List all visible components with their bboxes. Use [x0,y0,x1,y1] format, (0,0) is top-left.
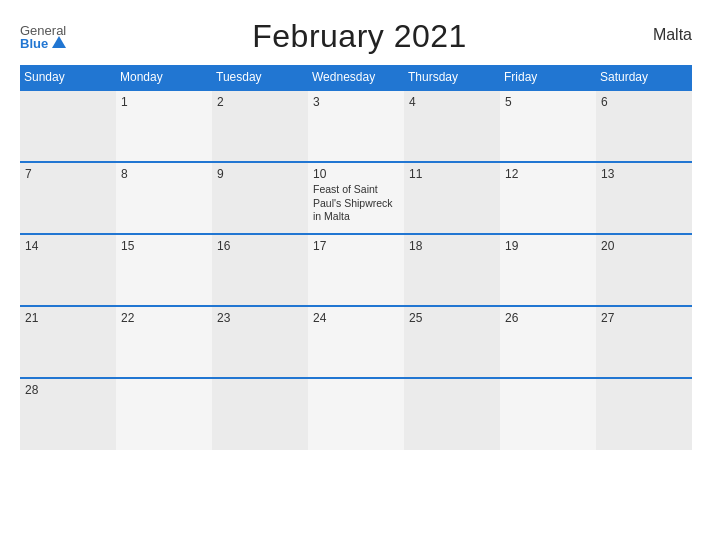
day-number: 6 [601,95,687,109]
header-sunday: Sunday [20,65,116,90]
calendar-cell [596,378,692,450]
calendar-cell: 12 [500,162,596,234]
calendar-cell: 15 [116,234,212,306]
day-number: 26 [505,311,591,325]
day-number: 23 [217,311,303,325]
event-label: Feast of Saint Paul's Shipwreck in Malta [313,183,399,224]
logo: General Blue [20,24,66,50]
calendar-cell: 21 [20,306,116,378]
day-number: 15 [121,239,207,253]
calendar-cell: 1 [116,90,212,162]
day-number: 25 [409,311,495,325]
calendar-cell [20,90,116,162]
calendar-cell: 17 [308,234,404,306]
day-number: 8 [121,167,207,181]
calendar-cell: 4 [404,90,500,162]
calendar-row-4: 28 [20,378,692,450]
day-number: 9 [217,167,303,181]
calendar-cell: 3 [308,90,404,162]
calendar-cell: 18 [404,234,500,306]
day-number: 13 [601,167,687,181]
day-number: 3 [313,95,399,109]
day-number: 7 [25,167,111,181]
day-number: 4 [409,95,495,109]
days-header-row: Sunday Monday Tuesday Wednesday Thursday… [20,65,692,90]
day-number: 24 [313,311,399,325]
logo-general-text: General [20,24,66,37]
calendar-cell: 19 [500,234,596,306]
calendar-cell: 6 [596,90,692,162]
calendar-page: General Blue February 2021 Malta Sunday … [0,0,712,550]
day-number: 5 [505,95,591,109]
header-monday: Monday [116,65,212,90]
header: General Blue February 2021 Malta [20,18,692,55]
calendar-cell [500,378,596,450]
calendar-cell: 10Feast of Saint Paul's Shipwreck in Mal… [308,162,404,234]
calendar-row-1: 78910Feast of Saint Paul's Shipwreck in … [20,162,692,234]
day-number: 14 [25,239,111,253]
day-number: 18 [409,239,495,253]
calendar-cell: 28 [20,378,116,450]
logo-triangle-icon [52,36,66,48]
header-tuesday: Tuesday [212,65,308,90]
calendar-cell: 24 [308,306,404,378]
calendar-cell [116,378,212,450]
day-number: 20 [601,239,687,253]
country-label: Malta [653,26,692,44]
header-thursday: Thursday [404,65,500,90]
calendar-cell: 9 [212,162,308,234]
calendar-row-0: 123456 [20,90,692,162]
logo-blue-text: Blue [20,37,48,50]
day-number: 12 [505,167,591,181]
day-number: 1 [121,95,207,109]
calendar-cell: 16 [212,234,308,306]
calendar-cell: 20 [596,234,692,306]
calendar-cell [212,378,308,450]
day-number: 28 [25,383,111,397]
calendar-cell: 23 [212,306,308,378]
calendar-cell: 14 [20,234,116,306]
header-wednesday: Wednesday [308,65,404,90]
day-number: 21 [25,311,111,325]
calendar-cell: 22 [116,306,212,378]
header-saturday: Saturday [596,65,692,90]
calendar-cell: 13 [596,162,692,234]
day-number: 16 [217,239,303,253]
calendar-cell [308,378,404,450]
calendar-cell [404,378,500,450]
calendar-table: Sunday Monday Tuesday Wednesday Thursday… [20,65,692,450]
day-number: 19 [505,239,591,253]
day-number: 17 [313,239,399,253]
header-friday: Friday [500,65,596,90]
day-number: 2 [217,95,303,109]
calendar-cell: 26 [500,306,596,378]
calendar-row-2: 14151617181920 [20,234,692,306]
calendar-cell: 7 [20,162,116,234]
day-number: 27 [601,311,687,325]
calendar-row-3: 21222324252627 [20,306,692,378]
calendar-cell: 27 [596,306,692,378]
calendar-cell: 2 [212,90,308,162]
day-number: 11 [409,167,495,181]
calendar-cell: 25 [404,306,500,378]
calendar-cell: 11 [404,162,500,234]
calendar-cell: 8 [116,162,212,234]
day-number: 22 [121,311,207,325]
day-number: 10 [313,167,399,181]
calendar-title: February 2021 [252,18,467,55]
calendar-cell: 5 [500,90,596,162]
